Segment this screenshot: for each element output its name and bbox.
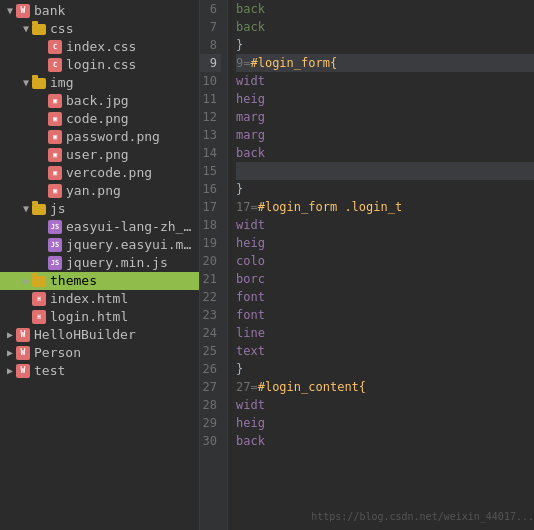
tree-item-label: Person bbox=[34, 344, 81, 362]
code-line: widt bbox=[236, 396, 534, 414]
line-number: 22 bbox=[200, 288, 221, 306]
img-file-icon: ▣ bbox=[48, 183, 64, 199]
folder-icon bbox=[32, 78, 46, 89]
tree-item-user.png[interactable]: ▣user.png bbox=[0, 146, 199, 164]
line-number: 26 bbox=[200, 360, 221, 378]
tree-item-css[interactable]: ▼css bbox=[0, 20, 199, 38]
code-line: back bbox=[236, 144, 534, 162]
tree-item-js[interactable]: ▼js bbox=[0, 200, 199, 218]
code-line: back bbox=[236, 18, 534, 36]
code-line: } bbox=[236, 360, 534, 378]
tree-item-back.jpg[interactable]: ▣back.jpg bbox=[0, 92, 199, 110]
line-number: 21 bbox=[200, 270, 221, 288]
line-number: 25 bbox=[200, 342, 221, 360]
code-line bbox=[236, 162, 534, 180]
tree-item-themes[interactable]: ▶themes bbox=[0, 272, 199, 290]
code-line: line bbox=[236, 324, 534, 342]
line-number: 16 bbox=[200, 180, 221, 198]
line-number: 29 bbox=[200, 414, 221, 432]
line-number: 11 bbox=[200, 90, 221, 108]
code-line: } bbox=[236, 180, 534, 198]
tree-item-yan.png[interactable]: ▣yan.png bbox=[0, 182, 199, 200]
tree-item-HelloHBuilder[interactable]: ▶WHelloHBuilder bbox=[0, 326, 199, 344]
line-number: 6 bbox=[200, 0, 221, 18]
code-line: 9=#login_form{ bbox=[236, 54, 534, 72]
code-line: widt bbox=[236, 72, 534, 90]
tree-item-login.html[interactable]: Hlogin.html bbox=[0, 308, 199, 326]
img-file-icon: ▣ bbox=[48, 93, 64, 109]
code-line: heig bbox=[236, 90, 534, 108]
tree-item-label: vercode.png bbox=[66, 164, 152, 182]
tree-item-jquery.min.js[interactable]: JSjquery.min.js bbox=[0, 254, 199, 272]
line-number: 18 bbox=[200, 216, 221, 234]
code-line: marg bbox=[236, 126, 534, 144]
code-line: heig bbox=[236, 414, 534, 432]
line-number: 24 bbox=[200, 324, 221, 342]
folder-icon bbox=[32, 201, 48, 217]
arrow-icon: ▼ bbox=[4, 2, 16, 20]
folder-icon bbox=[32, 273, 48, 289]
folder-icon bbox=[32, 276, 46, 287]
tree-item-jquery.easyui.min.js[interactable]: JSjquery.easyui.min.js bbox=[0, 236, 199, 254]
line-number: 14 bbox=[200, 144, 221, 162]
code-line: back bbox=[236, 0, 534, 18]
line-number: 19 bbox=[200, 234, 221, 252]
tree-item-label: themes bbox=[50, 272, 97, 290]
line-number: 23 bbox=[200, 306, 221, 324]
tree-item-easyui-lang-zh_CN.js[interactable]: JSeasyui-lang-zh_CN.js bbox=[0, 218, 199, 236]
arrow-icon: ▼ bbox=[20, 74, 32, 92]
line-number: 20 bbox=[200, 252, 221, 270]
tree-item-label: easyui-lang-zh_CN.js bbox=[66, 218, 199, 236]
tree-item-label: yan.png bbox=[66, 182, 121, 200]
tree-item-Person[interactable]: ▶WPerson bbox=[0, 344, 199, 362]
project-icon: W bbox=[16, 327, 32, 343]
css-file-icon: C bbox=[48, 57, 64, 73]
tree-item-label: test bbox=[34, 362, 65, 380]
line-number: 8 bbox=[200, 36, 221, 54]
line-number: 12 bbox=[200, 108, 221, 126]
tree-item-label: HelloHBuilder bbox=[34, 326, 136, 344]
css-file-icon: C bbox=[48, 39, 64, 55]
code-line: } bbox=[236, 36, 534, 54]
js-file-icon: JS bbox=[48, 237, 64, 253]
line-number: 17 bbox=[200, 198, 221, 216]
tree-item-label: jquery.easyui.min.js bbox=[66, 236, 199, 254]
code-line: font bbox=[236, 306, 534, 324]
tree-item-index.html[interactable]: Hindex.html bbox=[0, 290, 199, 308]
line-number: 10 bbox=[200, 72, 221, 90]
tree-item-index.css[interactable]: Cindex.css bbox=[0, 38, 199, 56]
tree-item-img[interactable]: ▼img bbox=[0, 74, 199, 92]
arrow-icon: ▶ bbox=[20, 272, 32, 290]
tree-item-label: index.css bbox=[66, 38, 136, 56]
img-file-icon: ▣ bbox=[48, 165, 64, 181]
html-file-icon: H bbox=[32, 309, 48, 325]
project-icon: W bbox=[16, 363, 32, 379]
file-tree[interactable]: ▼Wbank▼cssCindex.cssClogin.css▼img▣back.… bbox=[0, 0, 200, 530]
tree-item-password.png[interactable]: ▣password.png bbox=[0, 128, 199, 146]
tree-item-bank[interactable]: ▼Wbank bbox=[0, 2, 199, 20]
tree-item-label: css bbox=[50, 20, 73, 38]
project-icon: W bbox=[16, 3, 32, 19]
tree-item-label: code.png bbox=[66, 110, 129, 128]
js-file-icon: JS bbox=[48, 219, 64, 235]
tree-item-label: index.html bbox=[50, 290, 128, 308]
tree-item-login.css[interactable]: Clogin.css bbox=[0, 56, 199, 74]
tree-item-label: back.jpg bbox=[66, 92, 129, 110]
line-number: 9 bbox=[200, 54, 221, 72]
tree-item-label: img bbox=[50, 74, 73, 92]
tree-item-label: jquery.min.js bbox=[66, 254, 168, 272]
code-line: heig bbox=[236, 234, 534, 252]
tree-item-label: login.css bbox=[66, 56, 136, 74]
folder-icon bbox=[32, 21, 48, 37]
arrow-icon: ▶ bbox=[4, 344, 16, 362]
tree-item-label: bank bbox=[34, 2, 65, 20]
line-number: 7 bbox=[200, 18, 221, 36]
tree-item-vercode.png[interactable]: ▣vercode.png bbox=[0, 164, 199, 182]
code-editor: 6789101112131415161718192021222324252627… bbox=[200, 0, 534, 530]
arrow-icon: ▼ bbox=[20, 200, 32, 218]
tree-item-code.png[interactable]: ▣code.png bbox=[0, 110, 199, 128]
tree-item-test[interactable]: ▶Wtest bbox=[0, 362, 199, 380]
img-file-icon: ▣ bbox=[48, 111, 64, 127]
code-line: widt bbox=[236, 216, 534, 234]
arrow-icon: ▼ bbox=[20, 20, 32, 38]
